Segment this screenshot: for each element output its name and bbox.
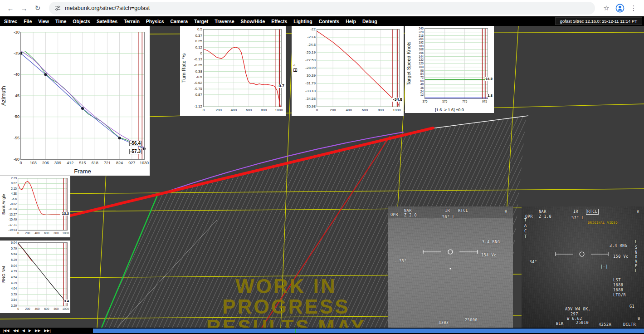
range-plot [18,243,67,306]
menu-time[interactable]: Time [52,19,69,24]
y-tick: 0.5 [197,27,202,31]
back-button[interactable]: ← [5,2,16,14]
zoom-label: Z 1.0 [539,215,551,219]
altitude-readout: 25010 [576,321,589,325]
menu-effects[interactable]: Effects [268,19,290,24]
menu-sitrec[interactable]: Sitrec [1,19,20,24]
y-tick: -11.04 [9,207,17,211]
browser-window: ← → ↻ metabunk.org/sitrec/?sitch=gofast … [0,0,644,334]
reticle [388,206,513,328]
skip-to-end-button[interactable]: ▶▶| [44,329,50,333]
y-tick: 12 [420,93,424,96]
bank-angle-plot [18,178,67,230]
sitrec-menubar: SitrecFileViewTimeObjectsSatellitesTerra… [0,16,644,26]
y-tick: 84 [420,72,424,75]
el-chart[interactable]: -22-23.4-24.8-26.19-27.59-28.99-30.39-31… [292,26,404,116]
x-tick: 400 [346,108,352,112]
range-chart[interactable]: 6.045.795.545.295.044.794.544.294.043.79… [0,241,70,313]
ltdr-label: LTD/R [613,293,626,297]
menu-help[interactable]: Help [342,19,359,24]
profile-avatar[interactable] [614,2,626,14]
fov-label: NAR [404,209,412,213]
menu-debug[interactable]: Debug [359,19,381,24]
fast-rewind-button[interactable]: ◀◀ [13,329,18,333]
target-speed-chart[interactable]: 2402282162041921801681561441321201089684… [405,26,494,113]
el-plot [317,29,399,107]
turn-rate-chart[interactable]: 0.50.370.250.120-0.13-0.25-0.38-0.5-0.62… [180,26,286,116]
lst-value: 1688 [613,283,623,287]
3d-viewport[interactable]: WORK IN PROGRESS RESULTS MAY VARY -30-35… [0,26,644,328]
zoom-label: Z 2.0 [404,213,417,217]
address-bar[interactable]: metabunk.org/sitrec/?sitch=gofast [49,2,595,15]
x-tick: 721 [104,161,111,165]
y-tick: -35.98 [305,104,316,108]
forward-button[interactable]: → [18,2,30,14]
x-tick: 1000 [63,231,69,235]
series-bank-angle [18,182,67,215]
lst-value: 1688 [613,288,623,292]
y-tick: -15.49 [9,218,17,221]
code-readout: 4252A [599,323,611,327]
caret-symbol: |=| [600,265,608,269]
current-value-label: 3.4 [63,300,69,303]
timeline-marker[interactable] [295,329,296,333]
y-tick: 48 [420,83,424,86]
menu-lighting[interactable]: Lighting [290,19,315,24]
menu-terrain[interactable]: Terrain [121,19,143,24]
atflir-original-video-view[interactable]: OPRNARZ 1.0IRRTCLV57° LORIGINAL VIDEOTAC… [522,206,644,328]
play-button[interactable]: ▶ [29,329,31,333]
y-tick: -26.19 [305,50,316,54]
y-tick: 120 [419,62,424,65]
timeline-scrubber[interactable] [93,329,644,333]
v-label: V [637,210,639,214]
y-tick: 24 [420,90,424,93]
right-edge-label: L [635,240,638,244]
x-tick: 200 [216,108,222,112]
y-tick: -33.18 [305,89,316,93]
menu-traverse[interactable]: Traverse [211,19,237,24]
x-tick: 927 [128,161,135,165]
target-dot [450,268,451,270]
y-tick: -0.62 [194,81,202,85]
y-tick: 4.79 [11,270,17,273]
x-tick: 515 [79,161,86,165]
menu-contents[interactable]: Contents [316,19,343,24]
menu-view[interactable]: View [35,19,52,24]
y-tick: 4.04 [11,287,17,290]
menu-show-hide[interactable]: Show/Hide [238,19,268,24]
site-settings-icon[interactable] [54,5,61,11]
fast-forward-button[interactable]: ▶▶ [35,329,40,333]
x-tick: 775 [462,100,467,103]
bookmark-star-icon[interactable]: ☆ [600,2,612,14]
y-tick: -0.87 [194,93,202,97]
y-tick: 36 [420,86,424,89]
azimuth-chart[interactable]: -30-35-40-45-50-55-600103206309412515618… [0,26,150,176]
y-tick: 216 [419,34,424,37]
x-tick: 103 [30,161,37,165]
y-tick: -19.93 [9,228,17,231]
y-tick: 96 [420,69,424,72]
menu-camera[interactable]: Camera [167,19,191,24]
atflir-recreation-view[interactable]: OPRNARZ 2.0IRRTCLV56° L3.4 RNG154 Vc- 35… [388,206,513,328]
x-tick: 400 [231,108,237,112]
y-tick: -45 [14,93,20,98]
bank-angle-chart[interactable]: 2.290.07-2.15-4.38-6.6-8.82-11.04-13.27-… [0,176,70,237]
y-axis-title: Turn Rate °/s [180,29,187,107]
reload-button[interactable]: ↻ [32,2,44,14]
menu-file[interactable]: File [20,19,35,24]
y-tick: 156 [419,51,424,54]
skip-to-start-button[interactable]: |◀◀ [3,329,9,333]
y-tick: 0 [200,51,202,55]
step-back-button[interactable]: ◀ [22,329,25,333]
y-tick: 72 [420,76,424,79]
menu-objects[interactable]: Objects [69,19,93,24]
tact-label: A [524,224,527,228]
menu-physics[interactable]: Physics [143,19,167,24]
browser-menu-icon[interactable]: ⋮ [628,2,639,14]
fov-label: NAR [539,210,546,214]
menu-satellites[interactable]: Satellites [93,19,121,24]
y-tick: 3.79 [11,293,17,296]
url-text: metabunk.org/sitrec/?sitch=gofast [65,5,150,11]
browser-toolbar: ← → ↻ metabunk.org/sitrec/?sitch=gofast … [0,0,644,16]
menu-target[interactable]: Target [191,19,211,24]
